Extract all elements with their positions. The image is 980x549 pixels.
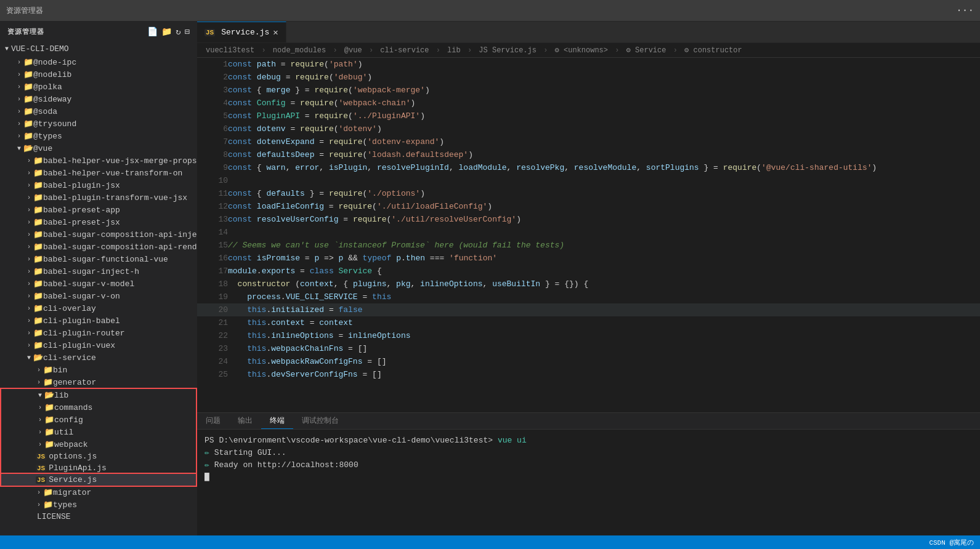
sidebar-item-babel-plugin-transform[interactable]: › 📁 babel-plugin-transform-vue-jsx — [0, 191, 197, 204]
bc-constructor: ⚙ constructor — [684, 46, 742, 55]
code-content: const Config = require('webpack-chain') — [228, 97, 980, 110]
root-label: VUE-CLI-DEMO — [11, 44, 69, 54]
sidebar-item-node-ipc[interactable]: › 📁 @node-ipc — [0, 56, 197, 68]
sidebar-header: 资源管理器 📄 📁 ↻ ⊟ — [0, 22, 197, 42]
tab-close-button[interactable]: ✕ — [273, 27, 278, 38]
sidebar-root[interactable]: ▼ VUE-CLI-DEMO — [0, 42, 197, 56]
code-line-13: 13 const resolveUserConfig = require('./… — [197, 213, 980, 226]
item-label: PluginApi.js — [49, 463, 107, 473]
code-line-22: 22 this.inlineOptions = inlineOptions — [197, 329, 980, 342]
arrow: › — [27, 318, 31, 324]
title-bar-menu[interactable]: ··· — [956, 5, 974, 16]
sidebar-item-babel-sugar-von[interactable]: › 📁 babel-sugar-v-on — [0, 290, 197, 302]
sidebar-item-commands[interactable]: › 📁 commands — [1, 401, 196, 414]
sidebar-item-trysound[interactable]: › 📁 @trysound — [0, 118, 197, 130]
item-label: @node-ipc — [33, 58, 76, 67]
code-content: this.devServerConfigFns = [] — [228, 368, 980, 381]
tab-service-js[interactable]: JS Service.js ✕ — [197, 22, 286, 42]
sidebar-item-cli-overlay[interactable]: › 📁 cli-overlay — [0, 302, 197, 315]
code-line-8: 8 const defaultsDeep = require('lodash.d… — [197, 148, 980, 161]
folder-icon: 📂 — [33, 353, 43, 363]
tab-debug-console[interactable]: 调试控制台 — [293, 413, 347, 429]
item-label: cli-plugin-vuex — [43, 341, 115, 350]
item-label: webpack — [54, 440, 88, 449]
item-label: babel-sugar-composition-api-render-insta… — [43, 242, 197, 252]
code-line-5: 5 const PluginAPI = require('../PluginAP… — [197, 110, 980, 122]
refresh-icon[interactable]: ↻ — [176, 26, 180, 37]
breadcrumb-text: vuecli3test — [206, 46, 254, 55]
code-content: process.VUE_CLI_SERVICE = this — [228, 291, 980, 303]
sidebar-item-types[interactable]: › 📁 types — [0, 499, 197, 511]
sidebar-item-license[interactable]: LICENSE — [0, 511, 197, 523]
sidebar-item-service-js[interactable]: JS Service.js — [1, 474, 196, 486]
sidebar-item-types[interactable]: › 📁 @types — [0, 130, 197, 142]
sidebar-item-babel-plugin-jsx[interactable]: › 📁 babel-plugin-jsx — [0, 179, 197, 191]
title-bar: 资源管理器 ··· — [0, 0, 980, 22]
sidebar-item-cli-service[interactable]: ▼ 📂 cli-service — [0, 351, 197, 364]
sidebar-item-vue[interactable]: ▼ 📂 @vue — [0, 142, 197, 154]
arrow: › — [27, 305, 31, 312]
line-num: 6 — [197, 122, 228, 135]
item-label: migrator — [53, 488, 91, 497]
sidebar-item-sideway[interactable]: › 📁 @sideway — [0, 93, 197, 105]
tab-terminal[interactable]: 终端 — [261, 413, 293, 429]
code-content: const { warn, error, isPlugin, resolvePl… — [228, 161, 980, 174]
item-label: types — [53, 500, 77, 510]
js-icon: JS — [36, 453, 46, 460]
folder-icon: 📁 — [43, 487, 53, 497]
code-content: const dotenvExpand = require('dotenv-exp… — [228, 135, 980, 148]
sidebar-item-babel-sugar-inject-h[interactable]: › 📁 babel-sugar-composition-api-inject-h — [0, 228, 197, 241]
sidebar-item-migrator[interactable]: › 📁 migrator — [0, 486, 197, 499]
item-label: bin — [53, 366, 67, 375]
code-content: this.webpackChainFns = [] — [228, 342, 980, 355]
item-label: util — [54, 428, 73, 437]
sidebar-item-cli-plugin-vuex[interactable]: › 📁 cli-plugin-vuex — [0, 339, 197, 351]
arrow: › — [37, 367, 41, 374]
sidebar-item-soda[interactable]: › 📁 @soda — [0, 105, 197, 118]
tab-problems[interactable]: 问题 — [197, 413, 229, 429]
terminal-line-2: ✏ Starting GUI... — [205, 447, 973, 459]
tab-output[interactable]: 输出 — [229, 413, 261, 429]
sidebar-item-bin[interactable]: › 📁 bin — [0, 364, 197, 376]
sidebar-item-lib[interactable]: ▼ 📂 lib — [1, 389, 196, 401]
arrow: › — [27, 293, 31, 300]
folder-icon: 📁 — [23, 70, 33, 79]
sidebar-item-babel-helper-jsx-merge[interactable]: › 📁 babel-helper-vue-jsx-merge-props — [0, 154, 197, 167]
sidebar-item-cli-plugin-router[interactable]: › 📁 cli-plugin-router — [0, 327, 197, 339]
arrow: › — [17, 59, 21, 66]
new-folder-icon[interactable]: 📁 — [161, 26, 172, 37]
sidebar-item-babel-helper-transform[interactable]: › 📁 babel-helper-vue-transform-on — [0, 167, 197, 179]
sidebar-item-babel-sugar-functional[interactable]: › 📁 babel-sugar-functional-vue — [0, 253, 197, 265]
sidebar-item-webpack[interactable]: › 📁 webpack — [1, 438, 196, 451]
sidebar: 资源管理器 📄 📁 ↻ ⊟ ▼ VUE-CLI-DEMO › 📁 @node-i… — [0, 22, 197, 535]
sidebar-item-pluginapi-js[interactable]: JS PluginApi.js — [1, 462, 196, 474]
item-label: cli-plugin-router — [43, 329, 125, 338]
code-content: module.exports = class Service { — [228, 265, 980, 278]
line-num: 23 — [197, 342, 228, 355]
sidebar-item-babel-preset-jsx[interactable]: › 📁 babel-preset-jsx — [0, 216, 197, 228]
code-line-15: 15 // Seems we can't use `instanceof Pro… — [197, 239, 980, 252]
line-num: 2 — [197, 71, 228, 84]
collapse-icon[interactable]: ⊟ — [185, 26, 190, 37]
sidebar-item-nodelib[interactable]: › 📁 @nodelib — [0, 68, 197, 81]
sidebar-item-babel-sugar-render[interactable]: › 📁 babel-sugar-composition-api-render-i… — [0, 241, 197, 253]
item-label: @sideway — [33, 95, 71, 104]
new-file-icon[interactable]: 📄 — [147, 26, 158, 37]
sidebar-item-polka[interactable]: › 📁 @polka — [0, 81, 197, 93]
sidebar-item-cli-plugin-babel[interactable]: › 📁 cli-plugin-babel — [0, 315, 197, 327]
item-label: lib — [54, 391, 68, 400]
arrow: › — [27, 256, 31, 263]
sidebar-item-babel-sugar-vmodel[interactable]: › 📁 babel-sugar-v-model — [0, 278, 197, 290]
code-editor[interactable]: 1 const path = require('path') 2 const d… — [197, 58, 980, 412]
sidebar-item-babel-preset-app[interactable]: › 📁 babel-preset-app — [0, 204, 197, 216]
code-content: this.webpackRawConfigFns = [] — [228, 355, 980, 368]
code-line-25: 25 this.devServerConfigFns = [] — [197, 368, 980, 381]
sidebar-item-babel-sugar-inject[interactable]: › 📁 babel-sugar-inject-h — [0, 265, 197, 278]
sidebar-item-options-js[interactable]: JS options.js — [1, 451, 196, 462]
sidebar-item-generator[interactable]: › 📁 generator — [0, 376, 197, 388]
line-num: 25 — [197, 368, 228, 381]
folder-icon: 📁 — [33, 328, 43, 338]
arrow: › — [27, 170, 31, 177]
sidebar-item-config[interactable]: › 📁 config — [1, 414, 196, 426]
sidebar-item-util[interactable]: › 📁 util — [1, 426, 196, 438]
